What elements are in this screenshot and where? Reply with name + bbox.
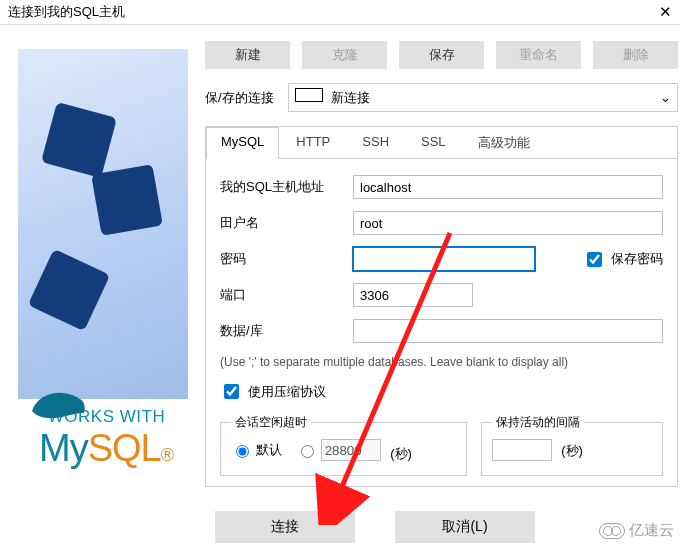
mysql-logo-my: My [39,427,88,469]
password-label: 密码 [220,250,345,268]
tab-bar: MySQL HTTP SSH SSL 高级功能 [206,127,677,159]
sidebar-illustration: WORKS WITH MySQL® [0,25,195,548]
save-password-label: 保存密码 [611,250,663,268]
compression-checkbox[interactable] [224,384,239,399]
port-input[interactable] [353,283,473,307]
saved-connections-value: 新连接 [331,90,370,105]
cancel-button[interactable]: 取消(L) [395,511,535,543]
saved-connections-label: 保/存的连接 [205,89,274,107]
connect-button[interactable]: 连接 [215,511,355,543]
tab-advanced[interactable]: 高级功能 [463,127,545,158]
watermark-text: 亿速云 [629,521,674,540]
window-title: 连接到我的SQL主机 [8,3,125,21]
toolbar: 新建 克隆 保存 重命名 删除 [205,41,678,69]
port-label: 端口 [220,286,345,304]
idle-unit-label: (秒) [390,446,412,461]
save-password-checkbox[interactable] [587,252,602,267]
username-label: 田户名 [220,214,345,232]
compression-label: 使用压缩协议 [248,383,326,401]
close-icon[interactable]: ✕ [659,3,672,21]
tab-ssl[interactable]: SSL [406,127,461,158]
tab-mysql[interactable]: MySQL [206,127,279,159]
keepalive-unit-label: (秒) [561,443,583,458]
host-input[interactable] [353,175,663,199]
database-hint: (Use ';' to separate multiple databases.… [220,355,663,369]
tab-http[interactable]: HTTP [281,127,345,158]
save-button[interactable]: 保存 [399,41,484,69]
watermark-icon [599,523,625,539]
rename-button[interactable]: 重命名 [496,41,581,69]
keepalive-legend: 保持活动的间隔 [492,414,584,431]
idle-custom-input[interactable] [321,439,381,461]
clone-button[interactable]: 克隆 [302,41,387,69]
mysql-dolphin-icon [28,387,88,421]
idle-timeout-legend: 会话空闲超时 [231,414,311,431]
idle-default-label: 默认 [256,441,282,459]
database-input[interactable] [353,319,663,343]
tab-ssh[interactable]: SSH [347,127,404,158]
username-input[interactable] [353,211,663,235]
idle-custom-radio[interactable] [301,445,314,458]
color-swatch-icon [295,88,323,102]
database-label: 数据/库 [220,322,345,340]
mysql-logo-sql: SQL [88,427,161,469]
keepalive-input[interactable] [492,439,552,461]
host-label: 我的SQL主机地址 [220,178,345,196]
delete-button[interactable]: 删除 [593,41,678,69]
idle-default-radio[interactable] [236,445,249,458]
new-button[interactable]: 新建 [205,41,290,69]
saved-connections-select[interactable]: 新连接 ⌄ [288,83,678,112]
password-input[interactable] [353,247,535,271]
watermark: 亿速云 [599,521,674,540]
chevron-down-icon: ⌄ [660,90,671,105]
